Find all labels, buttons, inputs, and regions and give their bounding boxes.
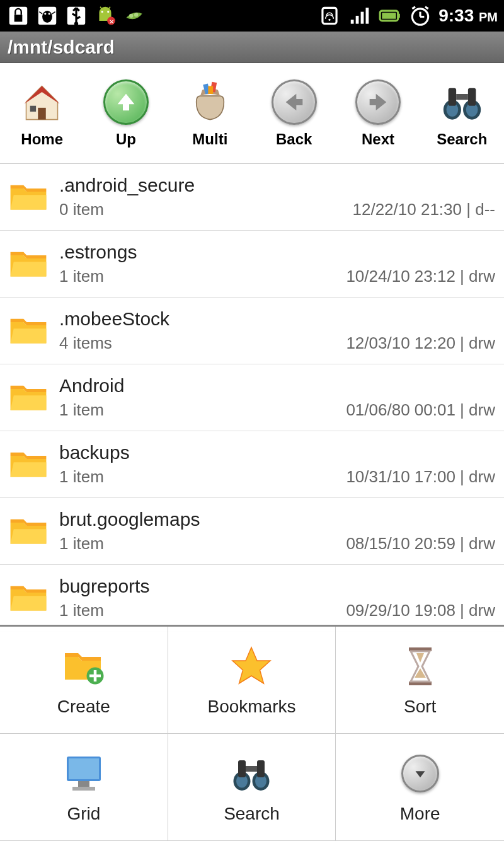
file-count: 1 item — [59, 400, 104, 420]
folder-icon — [9, 314, 48, 348]
menu-label: Create — [57, 697, 110, 717]
create-menu-item[interactable]: Create — [0, 627, 168, 734]
pea-icon — [122, 4, 146, 28]
svg-line-31 — [425, 7, 428, 9]
svg-point-10 — [101, 11, 103, 13]
lock-icon — [6, 4, 30, 28]
file-count: 1 item — [59, 601, 104, 620]
file-name: .android_secure — [59, 175, 495, 196]
menu-label: Sort — [404, 697, 436, 717]
file-info: backups1 item10/31/10 17:00 | drw — [59, 442, 495, 487]
file-meta: 4 items12/03/10 12:20 | drw — [59, 334, 495, 353]
grid-menu-item[interactable]: Grid — [0, 734, 168, 841]
multi-button[interactable]: Multi — [172, 78, 248, 148]
svg-line-30 — [413, 7, 416, 9]
file-date: 10/31/10 17:00 | drw — [346, 467, 495, 487]
hourglass-icon — [398, 644, 443, 689]
toolbar: Home Up Multi Back Next Search — [0, 63, 504, 164]
file-info: brut.googlemaps1 item08/15/10 20:59 | dr… — [59, 509, 495, 554]
svg-rect-42 — [468, 88, 476, 106]
svg-rect-22 — [361, 12, 364, 24]
sort-menu-item[interactable]: Sort — [336, 627, 504, 734]
more-icon — [398, 751, 443, 796]
next-icon — [354, 78, 401, 125]
file-meta: 0 item12/22/10 21:30 | d-- — [59, 200, 495, 219]
file-row[interactable]: .mobeeStock4 items12/03/10 12:20 | drw — [0, 298, 504, 364]
toolbar-label: Multi — [192, 130, 227, 148]
folder-icon — [9, 514, 48, 548]
search-button[interactable]: Search — [424, 78, 500, 148]
file-meta: 1 item01/06/80 00:01 | drw — [59, 400, 495, 420]
file-info: .mobeeStock4 items12/03/10 12:20 | drw — [59, 308, 495, 353]
clock-time: 9:33 PM — [438, 6, 498, 26]
file-meta: 1 item09/29/10 19:08 | drw — [59, 601, 495, 620]
svg-point-9 — [74, 22, 78, 26]
file-row[interactable]: bugreports1 item09/29/10 19:08 | drw — [0, 565, 504, 632]
svg-rect-57 — [246, 766, 257, 772]
up-button[interactable]: Up — [88, 78, 164, 148]
svg-point-16 — [129, 14, 133, 18]
folder-plus-icon — [61, 644, 106, 689]
path-bar[interactable]: /mnt/sdcard — [0, 32, 504, 63]
svg-rect-48 — [69, 758, 99, 779]
signal-icon — [348, 4, 372, 28]
toolbar-label: Search — [437, 130, 487, 148]
usb-icon — [64, 4, 88, 28]
folder-icon — [9, 180, 48, 214]
file-row[interactable]: backups1 item10/31/10 17:00 | drw — [0, 431, 504, 498]
status-right: 9:33 PM — [318, 4, 498, 28]
file-row[interactable]: .estrongs1 item10/24/10 23:12 | drw — [0, 231, 504, 298]
file-row[interactable]: Android1 item01/06/80 00:01 | drw — [0, 364, 504, 431]
menu-label: Grid — [67, 804, 100, 824]
svg-rect-25 — [382, 13, 396, 19]
file-date: 10/24/10 23:12 | drw — [346, 267, 495, 286]
file-meta: 1 item08/15/10 20:59 | drw — [59, 534, 495, 554]
status-left: ✕ — [6, 4, 146, 28]
svg-rect-20 — [351, 20, 354, 23]
svg-point-19 — [329, 19, 331, 21]
file-count: 1 item — [59, 467, 104, 487]
svg-rect-33 — [30, 106, 36, 112]
svg-rect-21 — [356, 16, 359, 24]
next-button[interactable]: Next — [340, 78, 416, 148]
file-date: 12/03/10 12:20 | drw — [346, 334, 495, 353]
file-date: 09/29/10 19:08 | drw — [346, 601, 495, 620]
file-name: bugreports — [59, 576, 495, 597]
svg-rect-56 — [257, 760, 265, 777]
more-menu-item[interactable]: More — [336, 734, 504, 841]
menu-label: Bookmarks — [207, 697, 295, 717]
bookmarks-menu-item[interactable]: Bookmarks — [168, 627, 336, 734]
svg-text:✕: ✕ — [109, 18, 114, 25]
folder-icon — [9, 247, 48, 281]
file-name: .mobeeStock — [59, 308, 495, 330]
menu-label: More — [400, 804, 440, 824]
file-count: 4 items — [59, 334, 112, 353]
file-count: 0 item — [59, 200, 104, 219]
svg-rect-26 — [398, 14, 400, 18]
toolbar-label: Back — [276, 130, 312, 148]
search-menu-item[interactable]: Search — [168, 734, 336, 841]
file-row[interactable]: .android_secure0 item12/22/10 21:30 | d-… — [0, 164, 504, 231]
status-bar: ✕ 9:33 PM — [0, 0, 504, 32]
back-icon — [270, 78, 318, 125]
file-name: .estrongs — [59, 241, 495, 263]
monitor-icon — [61, 751, 106, 796]
file-row[interactable]: brut.googlemaps1 item08/15/10 20:59 | dr… — [0, 498, 504, 565]
svg-rect-49 — [78, 781, 89, 787]
back-button[interactable]: Back — [256, 78, 332, 148]
svg-rect-50 — [72, 787, 95, 791]
svg-rect-41 — [448, 88, 456, 106]
home-button[interactable]: Home — [4, 78, 80, 148]
svg-rect-18 — [323, 8, 336, 23]
folder-icon — [9, 381, 48, 415]
folder-icon — [9, 448, 48, 482]
file-count: 1 item — [59, 267, 104, 286]
binoculars-icon — [229, 751, 274, 796]
file-info: .android_secure0 item12/22/10 21:30 | d-… — [59, 175, 495, 219]
battery-icon — [378, 4, 402, 28]
file-list[interactable]: .android_secure0 item12/22/10 21:30 | d-… — [0, 164, 504, 632]
toolbar-label: Up — [116, 130, 136, 148]
svg-rect-23 — [366, 8, 369, 23]
android-icon: ✕ — [93, 4, 117, 28]
file-info: bugreports1 item09/29/10 19:08 | drw — [59, 576, 495, 620]
